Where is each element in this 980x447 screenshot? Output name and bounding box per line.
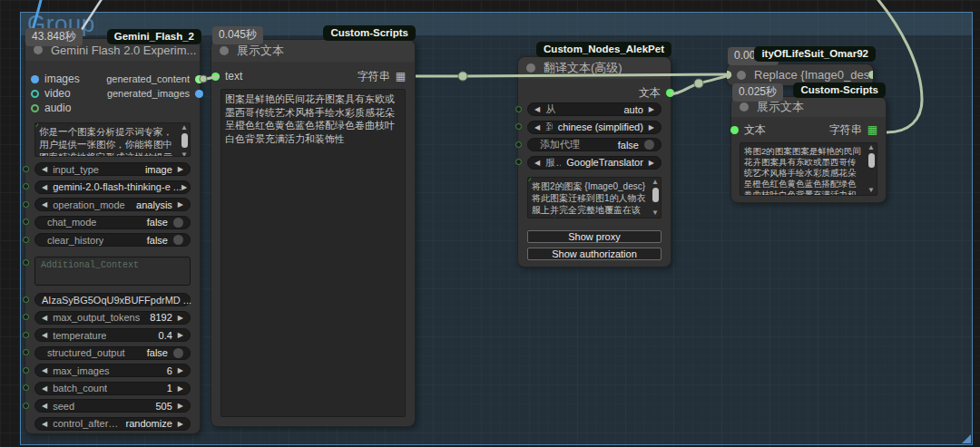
widget-到[interactable]: ◀到chinese (simplified)▶ — [527, 121, 662, 134]
widget-input-dot[interactable] — [23, 183, 29, 189]
images-input-slot[interactable] — [31, 75, 39, 83]
scroll-up-icon[interactable]: ▲ — [181, 124, 188, 131]
scroll-down-icon[interactable]: ▼ — [652, 209, 659, 217]
text-output-slot[interactable] — [666, 89, 674, 97]
widget-control_after_g ...[interactable]: ◀control_after_g ...randomize▶ — [34, 417, 191, 431]
result-textarea[interactable]: 将图2的图案图案是鲜艳的民间花卉图案具有东欧或墨西哥传统艺术风格手绘水彩质感花朵… — [740, 142, 877, 196]
collapse-dot-icon[interactable] — [34, 45, 43, 54]
node-graph-canvas[interactable]: Group Gemini Flash 2.0 Experim... images… — [0, 0, 980, 447]
translate-text[interactable]: 将图2的图案 {Image0_desc} 将此图案迁移到图1的人物衣服上并完全完… — [528, 178, 650, 218]
widget-input-dot[interactable] — [23, 296, 29, 303]
widget-input-dot[interactable] — [23, 259, 29, 266]
widget-field[interactable]: ◀gemini-2.0-flash-thinking-e ...▶ — [34, 180, 191, 194]
increment-arrow-icon[interactable]: ▶ — [181, 183, 187, 191]
node-gemini-flash[interactable]: Gemini Flash 2.0 Experim... images gener… — [24, 38, 201, 434]
widget-服务[interactable]: ◀服务GoogleTranslator▶ — [527, 156, 662, 170]
result-text[interactable]: 将图2的图案图案是鲜艳的民间花卉图案具有东欧或墨西哥传统艺术风格手绘水彩质感花朵… — [740, 143, 866, 195]
result-textarea[interactable]: 图案是鲜艳的民间花卉图案具有东欧或墨西哥传统艺术风格手绘水彩质感花朵呈橙色红色黄… — [220, 89, 406, 417]
scroll-up-icon[interactable]: ▲ — [652, 179, 659, 186]
translate-textarea[interactable]: 将图2的图案 {Image0_desc} 将此图案迁移到图1的人物衣服上并完全完… — [527, 177, 662, 219]
widget-max_output_tokens[interactable]: ◀max_output_tokens8192▶ — [34, 311, 191, 325]
widget-input-dot[interactable] — [23, 384, 29, 391]
video-input-slot[interactable] — [31, 90, 39, 98]
widget-chat_mode[interactable]: chat_modefalse — [34, 216, 191, 229]
show-proxy-button[interactable]: Show proxy — [527, 230, 662, 243]
generated-content-output-slot[interactable] — [195, 75, 203, 83]
widget-input-dot[interactable] — [23, 367, 29, 374]
prompt-textarea[interactable]: 你是一个图案分析提示词专家，用户提供一张图你，你能将图中图案精准地将它形成这样的… — [34, 122, 191, 157]
prompt-text[interactable]: 你是一个图案分析提示词专家，用户提供一张图你，你能将图中图案精准地将它形成这样的… — [35, 123, 179, 156]
toggle-knob[interactable] — [173, 348, 183, 358]
replace-output-slot[interactable] — [868, 71, 874, 79]
increment-arrow-icon[interactable]: ▶ — [178, 366, 183, 374]
widget-添加代理[interactable]: 添加代理false — [527, 138, 662, 151]
collapse-dot-icon[interactable] — [220, 46, 229, 55]
scrollbar[interactable]: ▲ ▼ — [650, 178, 661, 218]
widget-input-dot[interactable] — [23, 403, 29, 409]
widget-seed[interactable]: ◀seed505▶ — [34, 399, 191, 413]
widget-input-dot[interactable] — [515, 141, 522, 148]
widget-temperature[interactable]: ◀temperature0.4▶ — [34, 328, 191, 342]
node-translate-text[interactable]: 翻译文本(高级) 文本 ◀从auto▶◀到chinese (simplified… — [517, 56, 671, 267]
widget-input-dot[interactable] — [23, 332, 29, 338]
scroll-handle[interactable] — [868, 153, 875, 168]
decrement-arrow-icon[interactable]: ◀ — [42, 165, 47, 173]
group-resize-handle[interactable] — [962, 434, 971, 443]
increment-arrow-icon[interactable]: ▶ — [178, 331, 183, 339]
scroll-handle[interactable] — [652, 188, 659, 202]
widget-batch_count[interactable]: ◀batch_count1▶ — [34, 382, 191, 395]
widget-Additional_Context[interactable]: Additional_Context — [34, 257, 191, 286]
decrement-arrow-icon[interactable]: ◀ — [42, 200, 47, 209]
decrement-arrow-icon[interactable]: ◀ — [42, 314, 47, 322]
node-show-text-1[interactable]: 展示文本 text 字符串▦ 图案是鲜艳的民间花卉图案具有东欧或墨西哥传统艺术风… — [211, 39, 416, 427]
decrement-arrow-icon[interactable]: ◀ — [534, 105, 540, 113]
widget-input-dot[interactable] — [23, 314, 29, 320]
widget-input-dot[interactable] — [23, 237, 29, 243]
generated-images-output-slot[interactable] — [195, 90, 203, 98]
increment-arrow-icon[interactable]: ▶ — [649, 159, 654, 167]
collapse-dot-icon[interactable] — [740, 102, 749, 112]
widget-input-dot[interactable] — [23, 201, 29, 208]
decrement-arrow-icon[interactable]: ◀ — [42, 366, 47, 374]
audio-input-slot[interactable] — [31, 104, 39, 112]
widget-field[interactable]: AIzaSyBG5OqU9xBUFFpdrMD ... — [34, 293, 191, 306]
text-input-slot[interactable] — [211, 73, 220, 81]
decrement-arrow-icon[interactable]: ◀ — [42, 331, 47, 339]
string-output-grid-icon[interactable]: ▦ — [867, 124, 877, 135]
widget-input-dot[interactable] — [515, 123, 522, 130]
decrement-arrow-icon[interactable]: ◀ — [534, 159, 540, 167]
scrollbar[interactable]: ▲ ▼ — [866, 143, 877, 195]
string-output-grid-icon[interactable]: ▦ — [396, 71, 406, 82]
replace-input-slot[interactable] — [726, 71, 731, 79]
toggle-knob[interactable] — [173, 218, 183, 228]
decrement-arrow-icon[interactable]: ◀ — [42, 384, 47, 393]
decrement-arrow-icon[interactable]: ◀ — [42, 420, 47, 428]
widget-max_images[interactable]: ◀max_images6▶ — [34, 364, 191, 377]
widget-clear_history[interactable]: clear_historyfalse — [34, 233, 191, 247]
collapse-dot-icon[interactable] — [526, 63, 535, 73]
scroll-handle[interactable] — [181, 133, 188, 148]
result-text[interactable]: 图案是鲜艳的民间花卉图案具有东欧或墨西哥传统艺术风格手绘水彩质感花朵呈橙色红色黄… — [221, 90, 405, 416]
increment-arrow-icon[interactable]: ▶ — [178, 420, 183, 428]
widget-input-dot[interactable] — [23, 349, 29, 355]
widget-从[interactable]: ◀从auto▶ — [527, 102, 662, 116]
show-authorization-button[interactable]: Show authorization — [527, 248, 662, 260]
toggle-knob[interactable] — [644, 140, 654, 150]
text-input-slot[interactable] — [730, 126, 739, 134]
increment-arrow-icon[interactable]: ▶ — [178, 314, 183, 322]
node-titlebar[interactable]: 翻译文本(高级) — [518, 57, 671, 79]
increment-arrow-icon[interactable]: ▶ — [178, 165, 183, 173]
scroll-up-icon[interactable]: ▲ — [867, 144, 875, 151]
increment-arrow-icon[interactable]: ▶ — [178, 402, 183, 410]
decrement-arrow-icon[interactable]: ◀ — [42, 402, 47, 410]
scrollbar[interactable]: ▲ ▼ — [179, 123, 190, 156]
widget-operation_mode[interactable]: ◀operation_modeanalysis▶ — [34, 198, 191, 211]
decrement-arrow-icon[interactable]: ◀ — [534, 123, 540, 131]
scroll-down-icon[interactable]: ▼ — [181, 151, 188, 157]
node-show-text-2[interactable]: 展示文本 文本 字符串▦ 将图2的图案图案是鲜艳的民间花卉图案具有东欧或墨西哥传… — [730, 96, 887, 203]
toggle-knob[interactable] — [173, 235, 183, 245]
decrement-arrow-icon[interactable]: ◀ — [42, 183, 47, 191]
widget-input-dot[interactable] — [515, 106, 522, 112]
widget-input-dot[interactable] — [23, 219, 29, 225]
collapse-dot-icon[interactable] — [737, 71, 746, 80]
